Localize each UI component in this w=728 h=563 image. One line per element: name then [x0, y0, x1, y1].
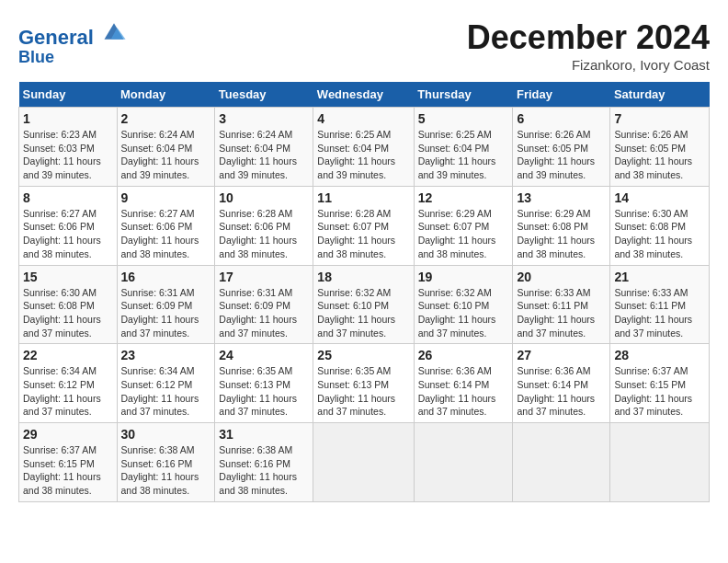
day-number: 26 — [418, 348, 509, 362]
day-info: Sunrise: 6:28 AM Sunset: 6:06 PM Dayligh… — [219, 207, 309, 261]
day-info: Sunrise: 6:27 AM Sunset: 6:06 PM Dayligh… — [121, 207, 211, 261]
day-info: Sunrise: 6:29 AM Sunset: 6:08 PM Dayligh… — [517, 207, 606, 261]
day-number: 10 — [219, 190, 309, 205]
header-wednesday: Wednesday — [313, 82, 414, 108]
calendar-cell: 13 Sunrise: 6:29 AM Sunset: 6:08 PM Dayl… — [513, 186, 610, 265]
header-tuesday: Tuesday — [215, 82, 313, 108]
day-number: 2 — [121, 111, 211, 126]
day-info: Sunrise: 6:38 AM Sunset: 6:16 PM Dayligh… — [219, 443, 309, 498]
day-number: 3 — [219, 111, 309, 126]
calendar-cell: 19 Sunrise: 6:32 AM Sunset: 6:10 PM Dayl… — [414, 265, 513, 344]
day-info: Sunrise: 6:24 AM Sunset: 6:04 PM Dayligh… — [219, 128, 309, 182]
calendar-cell: 23 Sunrise: 6:34 AM Sunset: 6:12 PM Dayl… — [117, 344, 215, 423]
day-info: Sunrise: 6:25 AM Sunset: 6:04 PM Dayligh… — [317, 128, 409, 182]
day-number: 12 — [418, 190, 509, 205]
calendar-cell — [414, 423, 513, 502]
calendar-cell: 27 Sunrise: 6:36 AM Sunset: 6:14 PM Dayl… — [513, 344, 610, 423]
day-info: Sunrise: 6:34 AM Sunset: 6:12 PM Dayligh… — [23, 364, 113, 419]
day-info: Sunrise: 6:36 AM Sunset: 6:14 PM Dayligh… — [517, 364, 606, 419]
calendar-row-3: 15 Sunrise: 6:30 AM Sunset: 6:08 PM Dayl… — [19, 265, 710, 344]
day-info: Sunrise: 6:32 AM Sunset: 6:10 PM Dayligh… — [418, 286, 509, 340]
calendar-cell: 17 Sunrise: 6:31 AM Sunset: 6:09 PM Dayl… — [215, 265, 313, 344]
calendar-cell: 16 Sunrise: 6:31 AM Sunset: 6:09 PM Dayl… — [117, 265, 215, 344]
day-number: 18 — [317, 270, 409, 284]
logo-text: General — [18, 18, 127, 49]
day-number: 19 — [418, 270, 509, 284]
calendar-row-4: 22 Sunrise: 6:34 AM Sunset: 6:12 PM Dayl… — [19, 344, 710, 423]
calendar-cell — [313, 423, 414, 502]
calendar-cell: 25 Sunrise: 6:35 AM Sunset: 6:13 PM Dayl… — [313, 344, 414, 423]
day-number: 27 — [517, 348, 606, 362]
day-info: Sunrise: 6:33 AM Sunset: 6:11 PM Dayligh… — [614, 286, 705, 340]
day-number: 20 — [517, 270, 606, 284]
calendar-cell: 22 Sunrise: 6:34 AM Sunset: 6:12 PM Dayl… — [19, 344, 118, 423]
day-info: Sunrise: 6:35 AM Sunset: 6:13 PM Dayligh… — [219, 364, 309, 419]
day-info: Sunrise: 6:28 AM Sunset: 6:07 PM Dayligh… — [317, 207, 409, 261]
day-info: Sunrise: 6:37 AM Sunset: 6:15 PM Dayligh… — [23, 443, 113, 498]
calendar-cell: 12 Sunrise: 6:29 AM Sunset: 6:07 PM Dayl… — [414, 186, 513, 265]
calendar-cell: 4 Sunrise: 6:25 AM Sunset: 6:04 PM Dayli… — [313, 108, 414, 187]
calendar-cell — [513, 423, 610, 502]
page-header: General Blue December 2024 Fizankoro, Iv… — [18, 18, 710, 73]
day-number: 1 — [23, 111, 113, 126]
day-info: Sunrise: 6:31 AM Sunset: 6:09 PM Dayligh… — [219, 286, 309, 340]
logo: General Blue — [18, 18, 127, 67]
day-number: 5 — [418, 111, 509, 126]
calendar-cell: 1 Sunrise: 6:23 AM Sunset: 6:03 PM Dayli… — [19, 108, 118, 187]
day-number: 4 — [317, 111, 409, 126]
day-number: 17 — [219, 270, 309, 284]
logo-icon — [101, 18, 127, 44]
calendar-table: SundayMondayTuesdayWednesdayThursdayFrid… — [18, 82, 710, 502]
day-info: Sunrise: 6:27 AM Sunset: 6:06 PM Dayligh… — [23, 207, 113, 261]
day-info: Sunrise: 6:35 AM Sunset: 6:13 PM Dayligh… — [317, 364, 409, 419]
day-number: 14 — [614, 190, 705, 205]
day-number: 15 — [23, 270, 113, 284]
calendar-cell: 21 Sunrise: 6:33 AM Sunset: 6:11 PM Dayl… — [610, 265, 710, 344]
day-number: 8 — [23, 190, 113, 205]
calendar-cell: 29 Sunrise: 6:37 AM Sunset: 6:15 PM Dayl… — [19, 423, 118, 502]
calendar-cell: 10 Sunrise: 6:28 AM Sunset: 6:06 PM Dayl… — [215, 186, 313, 265]
day-info: Sunrise: 6:26 AM Sunset: 6:05 PM Dayligh… — [517, 128, 606, 182]
header-sunday: Sunday — [19, 82, 118, 108]
calendar-row-1: 1 Sunrise: 6:23 AM Sunset: 6:03 PM Dayli… — [19, 108, 710, 187]
header-friday: Friday — [513, 82, 610, 108]
day-info: Sunrise: 6:25 AM Sunset: 6:04 PM Dayligh… — [418, 128, 509, 182]
calendar-cell: 30 Sunrise: 6:38 AM Sunset: 6:16 PM Dayl… — [117, 423, 215, 502]
day-info: Sunrise: 6:24 AM Sunset: 6:04 PM Dayligh… — [121, 128, 211, 182]
day-info: Sunrise: 6:31 AM Sunset: 6:09 PM Dayligh… — [121, 286, 211, 340]
day-info: Sunrise: 6:30 AM Sunset: 6:08 PM Dayligh… — [23, 286, 113, 340]
calendar-cell: 20 Sunrise: 6:33 AM Sunset: 6:11 PM Dayl… — [513, 265, 610, 344]
day-info: Sunrise: 6:37 AM Sunset: 6:15 PM Dayligh… — [614, 364, 705, 419]
day-number: 25 — [317, 348, 409, 362]
day-number: 6 — [517, 111, 606, 126]
logo-blue: Blue — [18, 49, 127, 67]
calendar-cell: 5 Sunrise: 6:25 AM Sunset: 6:04 PM Dayli… — [414, 108, 513, 187]
day-info: Sunrise: 6:38 AM Sunset: 6:16 PM Dayligh… — [121, 443, 211, 498]
calendar-cell: 8 Sunrise: 6:27 AM Sunset: 6:06 PM Dayli… — [19, 186, 118, 265]
day-number: 23 — [121, 348, 211, 362]
calendar-cell: 31 Sunrise: 6:38 AM Sunset: 6:16 PM Dayl… — [215, 423, 313, 502]
day-number: 9 — [121, 190, 211, 205]
calendar-cell: 9 Sunrise: 6:27 AM Sunset: 6:06 PM Dayli… — [117, 186, 215, 265]
day-info: Sunrise: 6:30 AM Sunset: 6:08 PM Dayligh… — [614, 207, 705, 261]
day-info: Sunrise: 6:36 AM Sunset: 6:14 PM Dayligh… — [418, 364, 509, 419]
header-saturday: Saturday — [610, 82, 710, 108]
day-info: Sunrise: 6:32 AM Sunset: 6:10 PM Dayligh… — [317, 286, 409, 340]
calendar-cell: 14 Sunrise: 6:30 AM Sunset: 6:08 PM Dayl… — [610, 186, 710, 265]
calendar-cell: 6 Sunrise: 6:26 AM Sunset: 6:05 PM Dayli… — [513, 108, 610, 187]
day-number: 28 — [614, 348, 705, 362]
title-block: December 2024 Fizankoro, Ivory Coast — [467, 18, 710, 73]
day-number: 11 — [317, 190, 409, 205]
calendar-header-row: SundayMondayTuesdayWednesdayThursdayFrid… — [19, 82, 710, 108]
day-info: Sunrise: 6:34 AM Sunset: 6:12 PM Dayligh… — [121, 364, 211, 419]
day-number: 31 — [219, 427, 309, 442]
calendar-cell: 11 Sunrise: 6:28 AM Sunset: 6:07 PM Dayl… — [313, 186, 414, 265]
day-number: 30 — [121, 427, 211, 442]
calendar-row-5: 29 Sunrise: 6:37 AM Sunset: 6:15 PM Dayl… — [19, 423, 710, 502]
day-number: 7 — [614, 111, 705, 126]
calendar-cell — [610, 423, 710, 502]
day-number: 13 — [517, 190, 606, 205]
calendar-cell: 2 Sunrise: 6:24 AM Sunset: 6:04 PM Dayli… — [117, 108, 215, 187]
calendar-cell: 15 Sunrise: 6:30 AM Sunset: 6:08 PM Dayl… — [19, 265, 118, 344]
day-info: Sunrise: 6:23 AM Sunset: 6:03 PM Dayligh… — [23, 128, 113, 182]
